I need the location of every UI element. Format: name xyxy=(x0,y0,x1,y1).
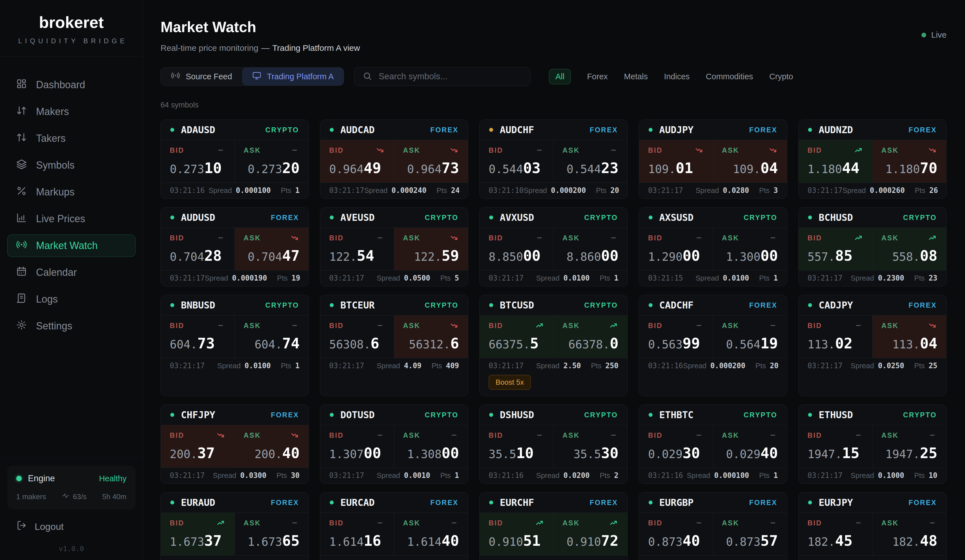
pts-label: Pts xyxy=(759,274,770,282)
symbol-card-audusd[interactable]: AUDUSD FOREX BID 0.70428 ASK 0.70447 xyxy=(160,207,309,286)
bid-label: BID xyxy=(808,147,822,154)
symbol-card-audnzd[interactable]: AUDNZD FOREX BID 1.18044 ASK 1.18070 xyxy=(798,119,947,199)
app-version: v1.0.0 xyxy=(7,545,136,553)
trend-flat-icon xyxy=(375,234,385,242)
sidebar-item-live-prices[interactable]: Live Prices xyxy=(7,208,136,230)
symbol-card-footer: 03:21:17 Spread 0.2300 Pts 23 xyxy=(798,271,946,286)
symbol-card-cadjpy[interactable]: CADJPY FOREX BID 113.02 ASK 113.04 xyxy=(798,295,947,396)
sidebar-item-dashboard[interactable]: Dashboard xyxy=(7,74,136,96)
symbol-name: EURAUD xyxy=(181,497,271,508)
trend-up-icon xyxy=(608,519,618,527)
symbol-card-ethusd[interactable]: ETHUSD CRYPTO BID 1947.15 ASK 1947.25 xyxy=(798,405,947,484)
filter-all[interactable]: All xyxy=(549,69,571,84)
sidebar-item-markups[interactable]: Markups xyxy=(7,181,136,203)
sidebar-item-symbols[interactable]: Symbols xyxy=(7,154,136,176)
view-toggle-trading-platform-a[interactable]: Trading Platform A xyxy=(242,67,344,85)
view-toggle-source-feed[interactable]: Source Feed xyxy=(161,67,242,85)
bid-price: 1947.15 xyxy=(808,446,864,460)
view-toggle-label: Trading Platform A xyxy=(267,72,334,81)
symbol-name: AVXUSD xyxy=(500,212,584,223)
symbol-status-dot-icon xyxy=(330,216,334,219)
filter-metals[interactable]: Metals xyxy=(624,72,648,81)
symbol-card-ethbtc[interactable]: ETHBTC CRYPTO BID 0.02930 ASK 0.02940 xyxy=(639,405,787,484)
bid-price: 8.85000 xyxy=(489,248,545,263)
symbol-status-dot-icon xyxy=(489,303,493,307)
sidebar-item-label: Calendar xyxy=(36,266,77,278)
symbol-card-avxusd[interactable]: AVXUSD CRYPTO BID 8.85000 ASK 8.86000 xyxy=(479,207,628,286)
pts-label: Pts xyxy=(440,472,451,479)
sidebar-item-settings[interactable]: Settings xyxy=(7,315,136,337)
symbol-card-aveusd[interactable]: AVEUSD CRYPTO BID 122.54 ASK 122.59 xyxy=(320,207,468,286)
symbol-card-header: BNBUSD CRYPTO xyxy=(161,295,309,315)
trend-up-icon xyxy=(535,322,545,330)
symbol-card-audjpy[interactable]: AUDJPY FOREX BID 109.01 ASK 109.04 xyxy=(639,119,787,199)
ask-price: 200.40 xyxy=(244,446,300,460)
logout-button[interactable]: Logout xyxy=(16,520,136,533)
sidebar-item-calendar[interactable]: Calendar xyxy=(7,261,136,284)
ask-price: 66378.0 xyxy=(563,336,619,351)
symbol-card-header: EURAUD FOREX xyxy=(161,493,309,513)
main-content: Market Watch Real-time price monitoring—… xyxy=(143,0,965,560)
symbol-card-btcusd[interactable]: BTCUSD CRYPTO BID 66375.5 ASK 66378.0 xyxy=(479,295,628,396)
filter-crypto[interactable]: Crypto xyxy=(769,72,793,81)
symbol-name: CADCHF xyxy=(659,300,749,311)
bid-label: BID xyxy=(808,432,822,439)
pts-label: Pts xyxy=(759,472,770,479)
bid-price: 0.27310 xyxy=(170,161,226,175)
symbol-card-eurjpy[interactable]: EURJPY FOREX BID 182.45 ASK 182.48 xyxy=(798,492,947,560)
filter-indices[interactable]: Indices xyxy=(664,72,690,81)
ask-price: 109.04 xyxy=(722,161,778,175)
trend-up-icon xyxy=(853,234,864,242)
spread-value: 0.0300 xyxy=(240,472,267,479)
symbol-card-eurcad[interactable]: EURCAD FOREX BID 1.61416 ASK 1.61440 xyxy=(320,492,468,560)
filter-commodities[interactable]: Commodities xyxy=(706,72,753,81)
symbol-card-dotusd[interactable]: DOTUSD CRYPTO BID 1.30700 ASK 1.30800 xyxy=(320,405,468,484)
symbol-card-audchf[interactable]: AUDCHF FOREX BID 0.54403 ASK 0.54423 xyxy=(479,119,628,199)
quote-time: 03:21:17 xyxy=(329,472,364,479)
symbol-card-header: CHFJPY FOREX xyxy=(161,405,309,425)
broadcast-icon xyxy=(171,71,180,82)
bid-price: 1.61416 xyxy=(329,534,385,548)
symbol-category-badge: CRYPTO xyxy=(584,301,618,309)
spread-label: Spread xyxy=(536,362,559,369)
symbol-card-bchusd[interactable]: BCHUSD CRYPTO BID 557.85 ASK 558.08 xyxy=(798,207,947,286)
symbol-card-bnbusd[interactable]: BNBUSD CRYPTO BID 604.73 ASK 604.74 xyxy=(160,295,309,396)
spread-label: Spread xyxy=(695,274,719,282)
ask-cell: ASK 604.74 xyxy=(235,315,309,358)
engine-rate: 63/s xyxy=(73,493,87,501)
sidebar-item-makers[interactable]: Makers xyxy=(7,101,136,123)
symbol-name: AVEUSD xyxy=(340,212,425,223)
symbol-card-eurgbp[interactable]: EURGBP FOREX BID 0.87340 ASK 0.87357 xyxy=(639,492,787,560)
symbol-card-btceur[interactable]: BTCEUR CRYPTO BID 56308.6 ASK 56312.6 xyxy=(320,295,468,396)
symbol-card-euraud[interactable]: EURAUD FOREX BID 1.67337 ASK 1.67365 xyxy=(160,492,309,560)
symbol-category-badge: FOREX xyxy=(430,126,458,134)
symbol-card-eurchf[interactable]: EURCHF FOREX BID 0.91051 ASK 0.91072 xyxy=(479,492,628,560)
symbol-card-dshusd[interactable]: DSHUSD CRYPTO BID 35.510 ASK 35.530 xyxy=(479,405,628,484)
symbol-card-chfjpy[interactable]: CHFJPY FOREX BID 200.37 ASK 200.40 xyxy=(160,405,309,484)
sidebar-item-logs[interactable]: Logs xyxy=(7,288,136,310)
ask-cell: ASK 122.59 xyxy=(394,228,468,270)
symbol-card-footer: 03:21:16 Spread 0.000210 Pts 21 xyxy=(480,555,627,560)
symbol-card-audcad[interactable]: AUDCAD FOREX BID 0.96449 ASK 0.96473 xyxy=(320,119,468,199)
symbol-status-dot-icon xyxy=(649,501,653,504)
sidebar-item-market-watch[interactable]: Market Watch xyxy=(7,235,136,257)
symbol-card-axsusd[interactable]: AXSUSD CRYPTO BID 1.29000 ASK 1.30000 xyxy=(639,207,787,286)
ask-price: 113.04 xyxy=(882,336,938,351)
ask-cell: ASK 56312.6 xyxy=(394,315,468,358)
sidebar-item-label: Logs xyxy=(36,294,58,305)
ask-label: ASK xyxy=(722,147,739,154)
symbol-card-header: CADCHF FOREX xyxy=(639,295,787,315)
symbol-card-cadchf[interactable]: CADCHF FOREX BID 0.56399 ASK 0.56419 xyxy=(639,295,787,396)
symbol-category-badge: FOREX xyxy=(271,214,299,222)
symbol-card-adausd[interactable]: ADAUSD CRYPTO BID 0.27310 ASK 0.27320 xyxy=(160,119,309,199)
engine-label: Engine xyxy=(28,473,99,483)
pts-value: 1 xyxy=(774,274,778,282)
search-input[interactable] xyxy=(379,72,522,82)
pts-value: 20 xyxy=(610,187,619,194)
pts-label: Pts xyxy=(914,362,925,369)
filter-forex[interactable]: Forex xyxy=(587,72,608,81)
quote-time: 03:21:17 xyxy=(329,274,364,282)
bid-price: 113.02 xyxy=(808,336,864,351)
ask-label: ASK xyxy=(563,147,580,154)
sidebar-item-takers[interactable]: Takers xyxy=(7,127,136,150)
